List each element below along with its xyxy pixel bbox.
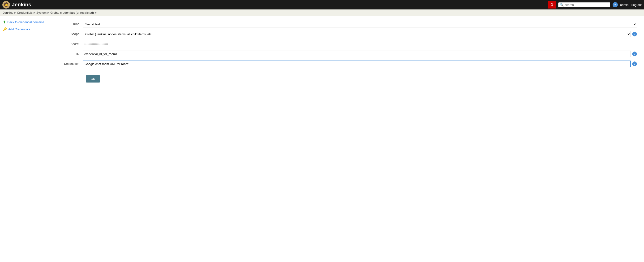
secret-label: Secret <box>59 41 83 46</box>
breadcrumb-jenkins[interactable]: Jenkins <box>3 11 13 15</box>
id-label: ID <box>59 51 83 56</box>
search-box: 🔍 <box>558 2 610 7</box>
arrow-up-icon: ⬆ <box>3 20 6 24</box>
breadcrumb: Jenkins ▶ Credentials ▶ System ▶ Global … <box>0 10 644 16</box>
jenkins-logo-text: Jenkins <box>12 2 31 8</box>
sidebar-item-back[interactable]: ⬆ Back to credential domains <box>0 19 52 26</box>
main-layout: ⬆ Back to credential domains 🔑 Add Crede… <box>0 16 644 261</box>
secret-field <box>83 41 637 47</box>
description-help-button[interactable]: ? <box>632 62 637 66</box>
secret-input[interactable] <box>83 41 637 47</box>
breadcrumb-sep-3: ▶ <box>48 11 49 14</box>
scope-help-button[interactable]: ? <box>632 32 637 37</box>
breadcrumb-sep-2: ▶ <box>34 11 36 14</box>
logo[interactable]: 🧔 Jenkins <box>2 1 31 9</box>
sidebar: ⬆ Back to credential domains 🔑 Add Crede… <box>0 16 52 261</box>
scope-label: Scope <box>59 31 83 36</box>
breadcrumb-credentials[interactable]: Credentials <box>17 11 32 15</box>
breadcrumb-sep-4: ▶ <box>95 11 96 14</box>
search-icon: 🔍 <box>560 3 564 7</box>
logout-link[interactable]: l log out <box>631 3 642 7</box>
id-input[interactable] <box>83 51 631 57</box>
kind-field: Secret text Username with password SSH U… <box>83 21 637 28</box>
jenkins-logo-icon: 🧔 <box>2 1 10 9</box>
help-icon[interactable]: ? <box>612 2 618 7</box>
breadcrumb-system[interactable]: System <box>36 11 46 15</box>
description-field: ? <box>83 61 637 67</box>
header: 🧔 Jenkins 1 🔍 ? admin l log out <box>0 0 644 10</box>
form-row-kind: Kind Secret text Username with password … <box>59 21 637 28</box>
kind-select[interactable]: Secret text Username with password SSH U… <box>83 21 637 28</box>
build-badge[interactable]: 1 <box>548 1 556 9</box>
form-row-secret: Secret <box>59 41 637 47</box>
breadcrumb-global-credentials[interactable]: Global credentials (unrestricted) <box>50 11 94 15</box>
key-icon: 🔑 <box>3 27 7 31</box>
sidebar-item-back-label: Back to credential domains <box>7 20 44 24</box>
form-row-id: ID ? <box>59 51 637 57</box>
breadcrumb-sep-1: ▶ <box>14 11 16 14</box>
scope-select[interactable]: Global (Jenkins, nodes, items, all child… <box>83 31 631 37</box>
id-help-button[interactable]: ? <box>632 52 637 56</box>
scope-field: Global (Jenkins, nodes, items, all child… <box>83 31 637 37</box>
description-label: Description <box>59 61 83 66</box>
ok-button[interactable]: OK <box>86 75 100 83</box>
form-row-scope: Scope Global (Jenkins, nodes, items, all… <box>59 31 637 37</box>
sidebar-item-add-label: Add Credentials <box>8 28 30 31</box>
search-input[interactable] <box>564 3 608 7</box>
id-field: ? <box>83 51 637 57</box>
kind-label: Kind <box>59 21 83 26</box>
sidebar-item-add-credentials[interactable]: 🔑 Add Credentials <box>0 26 52 32</box>
form-row-description: Description ? <box>59 61 637 67</box>
description-input[interactable] <box>83 61 631 67</box>
username-label: admin <box>620 3 628 7</box>
content-area: Kind Secret text Username with password … <box>52 16 644 261</box>
